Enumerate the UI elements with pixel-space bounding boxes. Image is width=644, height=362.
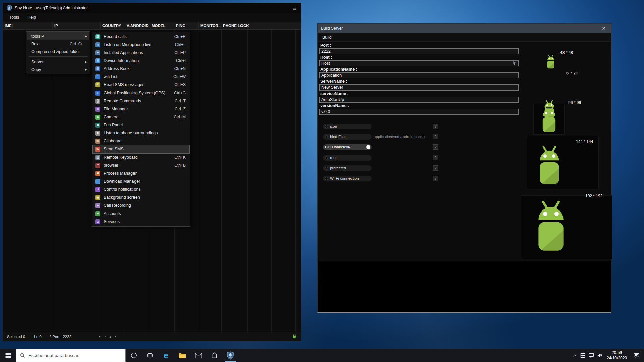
- field-label: serviceName :: [319, 90, 611, 96]
- column-header[interactable]: V-ANDROID: [125, 22, 150, 29]
- cortana-button[interactable]: [126, 349, 142, 362]
- submenu-item[interactable]: ≡ Installed Applications Ctrl+P: [93, 49, 189, 57]
- context-menu-item[interactable]: Compressed zipped folder ▸: [27, 48, 89, 55]
- context-menu-item[interactable]: Box Ctrl+O ▸: [27, 40, 89, 48]
- icon-size-label: 144 * 144: [576, 139, 593, 144]
- tray-overflow-chevron-icon[interactable]: [570, 349, 579, 362]
- menubar-item[interactable]: Tools: [6, 14, 23, 21]
- submenu-item[interactable]: ✉ Read SMS messages Ctrl+S: [93, 81, 189, 89]
- help-button[interactable]: ?: [433, 155, 438, 160]
- spynote-taskbar-icon[interactable]: [222, 349, 238, 362]
- submenu-item[interactable]: ● Call Recording: [93, 201, 189, 209]
- submenu-item[interactable]: ⊸ Accounts: [93, 209, 189, 218]
- column-header[interactable]: IP: [53, 22, 101, 29]
- submenu-item[interactable]: ▤ Clipboard: [93, 137, 189, 145]
- down-arrow-icon[interactable]: ▾: [99, 335, 101, 338]
- help-button[interactable]: ?: [433, 124, 438, 129]
- radio-dot-icon: [325, 177, 328, 180]
- column-header[interactable]: PHONE LOCK: [221, 22, 252, 29]
- option-row: protected ?: [323, 165, 519, 171]
- field-input[interactable]: [319, 48, 519, 54]
- submenu-item[interactable]: ∪ Control notifications: [93, 185, 189, 193]
- column-header[interactable]: IMEI: [3, 22, 53, 29]
- store-app-icon[interactable]: [206, 349, 222, 362]
- option-row: CPU wakelcok ?: [323, 144, 519, 150]
- column-header[interactable]: PING: [174, 22, 199, 29]
- mail-app-icon[interactable]: [190, 349, 206, 362]
- help-button[interactable]: ?: [433, 134, 438, 139]
- submenu-item[interactable]: ∩ Listen on Microphone live Ctrl+L: [93, 41, 189, 49]
- option-row: root ?: [323, 155, 519, 161]
- submenu-item[interactable]: ▣ Background screen: [93, 193, 189, 201]
- column-header-row: IMEI IP COUNTRY V-ANDROID MODEL PING MON…: [3, 22, 301, 30]
- read-sms-icon: ✉: [95, 82, 100, 87]
- scroll-indicators[interactable]: ▾ ▪ ▴ ▪: [99, 335, 116, 338]
- context-menu-item[interactable]: Copy ▸: [27, 66, 89, 73]
- task-view-button[interactable]: [142, 349, 158, 362]
- radio-dot-icon: [325, 135, 328, 138]
- edge-browser-icon[interactable]: e: [158, 349, 174, 362]
- build-server-titlebar[interactable]: Build Server ✕: [318, 24, 611, 33]
- submenu-item[interactable]: ▦ Remote Keyboard Ctrl+K: [93, 153, 189, 161]
- action-center-icon[interactable]: [630, 349, 643, 362]
- column-header[interactable]: COUNTRY: [101, 22, 125, 29]
- submenu-item[interactable]: ☎ Record calls Ctrl+R: [93, 33, 189, 41]
- submenu-item[interactable]: ▭ File Manager Ctrl+Z: [93, 105, 189, 113]
- context-menu-item[interactable]: tools P ▸: [27, 32, 89, 40]
- submenu-item[interactable]: ▮ Listen to phone surroundings: [93, 129, 189, 137]
- column-header[interactable]: MODEL: [150, 22, 174, 29]
- taskbar-search[interactable]: Escribe aquí para buscar.: [16, 349, 126, 362]
- tray-speech-icon[interactable]: [587, 349, 595, 362]
- submenu-item[interactable]: ✉ Send SMS: [93, 145, 189, 153]
- field-input[interactable]: [319, 60, 519, 66]
- submenu-item[interactable]: ⊕ browser Ctrl+B: [93, 161, 189, 169]
- menubar-item[interactable]: Help: [23, 14, 40, 21]
- status-line: Ln 0: [34, 335, 41, 339]
- submenu-item[interactable]: ◎ Global Positioning System (GPS) Ctrl+G: [93, 89, 189, 97]
- option-toggle[interactable]: bind Files: [323, 134, 372, 140]
- toggle-knob-icon: [366, 145, 370, 149]
- build-menu-button[interactable]: Build: [322, 35, 332, 40]
- submenu-arrow-icon: ▸: [82, 34, 87, 38]
- file-explorer-icon[interactable]: [174, 349, 190, 362]
- remote-commands-icon: {}: [95, 99, 100, 104]
- help-button[interactable]: ?: [433, 176, 438, 181]
- option-toggle[interactable]: protected: [323, 165, 372, 171]
- option-toggle[interactable]: icon: [323, 124, 372, 129]
- context-menu-item[interactable]: Server ▸: [27, 58, 89, 66]
- menubar: Tools Help: [3, 13, 301, 22]
- submenu-item[interactable]: ↓ Download Manager: [93, 177, 189, 185]
- hamburger-menu-icon[interactable]: ≡: [292, 5, 297, 11]
- start-button[interactable]: [0, 349, 16, 362]
- submenu-item[interactable]: ◠ wifi List Ctrl+W: [93, 73, 189, 81]
- submenu-item[interactable]: ▯ Device Information Ctrl+I: [93, 57, 189, 65]
- field-input[interactable]: [319, 84, 519, 90]
- option-toggle[interactable]: CPU wakelcok: [323, 144, 372, 150]
- field-input[interactable]: [319, 109, 519, 115]
- option-toggle[interactable]: Wi-Fi connection: [323, 176, 372, 181]
- call-recording-icon: ●: [95, 203, 100, 208]
- field-input[interactable]: [319, 72, 519, 78]
- option-toggle[interactable]: root: [323, 155, 372, 161]
- tray-grid-icon[interactable]: [579, 349, 587, 362]
- column-header[interactable]: MONITOR...: [199, 22, 221, 29]
- spynote-titlebar[interactable]: Spy Note - user(Televoip) Administrator …: [3, 3, 301, 13]
- submenu-item[interactable]: ▤ Address Book Ctrl+N: [93, 65, 189, 73]
- field-input[interactable]: [319, 97, 519, 103]
- submenu-item[interactable]: ψ Services: [93, 218, 189, 226]
- clock[interactable]: 20:59 24/10/2020: [604, 350, 630, 361]
- close-icon[interactable]: ✕: [600, 25, 608, 32]
- status-selected: Selected 0: [7, 335, 25, 339]
- volume-icon[interactable]: [595, 349, 604, 362]
- icon-size-label: 48 * 48: [560, 50, 573, 55]
- help-button[interactable]: ?: [433, 144, 438, 150]
- submenu-item[interactable]: {} Remote Commands Ctrl+T: [93, 97, 189, 105]
- up-arrow-icon[interactable]: ▴: [110, 335, 111, 338]
- app-shield-icon: [6, 5, 12, 11]
- submenu-item[interactable]: ◉ Camera Ctrl+M: [93, 113, 189, 121]
- option-row: bind Files application/vnd.android.packa…: [323, 134, 519, 140]
- submenu-item[interactable]: ☻ Fun Panel: [93, 121, 189, 129]
- column-grid-line: [247, 30, 248, 332]
- help-button[interactable]: ?: [433, 165, 438, 171]
- submenu-item[interactable]: ✱ Process Manager: [93, 169, 189, 177]
